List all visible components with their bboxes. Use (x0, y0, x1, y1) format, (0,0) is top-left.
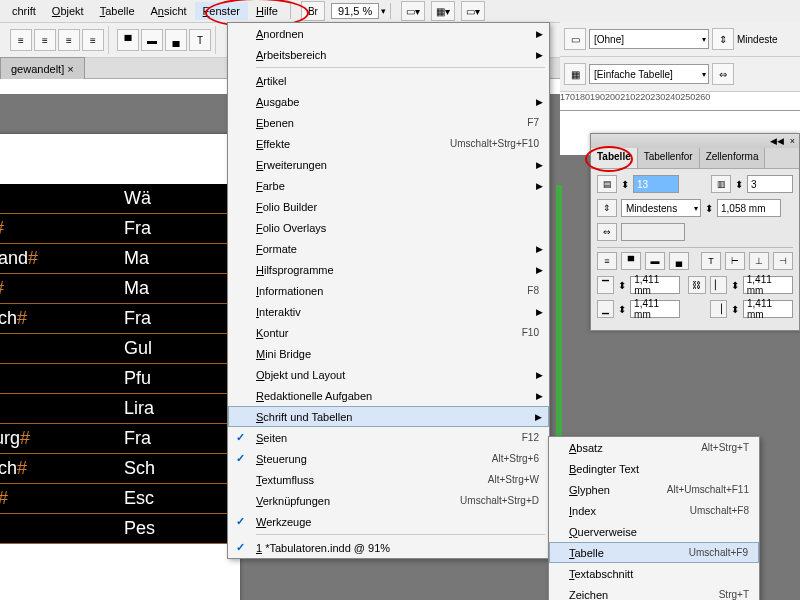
screen-mode-icon[interactable]: ▭▾ (401, 1, 425, 21)
row-height-icon[interactable]: ⇕ (712, 28, 734, 50)
link-icon[interactable]: ⛓ (688, 276, 705, 294)
menu-item[interactable]: Erweiterungen▶ (228, 154, 549, 175)
menu-item[interactable]: Ausgabe▶ (228, 91, 549, 112)
menu-ansicht[interactable]: Ansicht (143, 2, 195, 20)
menubar: chrift Objekt Tabelle Ansicht Fenster Hi… (0, 0, 800, 23)
height-mode-select[interactable]: Mindestens (621, 199, 701, 217)
bridge-icon[interactable]: Br (301, 1, 325, 21)
menu-item[interactable]: Hilfsprogramme▶ (228, 259, 549, 280)
valign-bot-icon[interactable]: ▄ (165, 29, 187, 51)
menu-item[interactable]: Anordnen▶ (228, 23, 549, 44)
submenu-item[interactable]: Textabschnitt (549, 563, 759, 584)
menu-item[interactable]: Redaktionelle Aufgaben▶ (228, 385, 549, 406)
submenu-item[interactable]: AbsatzAlt+Strg+T (549, 437, 759, 458)
table-row[interactable]: eich#Fra (0, 304, 230, 334)
align-left-icon[interactable]: ≡ (10, 29, 32, 51)
text-rot2-icon[interactable]: ⊢ (725, 252, 745, 270)
inset-right-icon: ▕ (710, 300, 727, 318)
text-rot-icon[interactable]: T (701, 252, 721, 270)
rows-input[interactable]: 13 (633, 175, 679, 193)
menu-item[interactable]: Mini Bridge (228, 343, 549, 364)
inset-left-input[interactable]: 1,411 mm (743, 276, 793, 294)
submenu-item[interactable]: Querverweise (549, 521, 759, 542)
menu-schrift[interactable]: chrift (4, 2, 44, 20)
menu-item[interactable]: InformationenF8 (228, 280, 549, 301)
menu-item[interactable]: EffekteUmschalt+Strg+F10 (228, 133, 549, 154)
cols-icon: ▥ (711, 175, 731, 193)
valign-a-icon[interactable]: ▀ (621, 252, 641, 270)
valign-b-icon[interactable]: ▬ (645, 252, 665, 270)
align-right-icon[interactable]: ≡ (58, 29, 80, 51)
menu-item[interactable]: Formate▶ (228, 238, 549, 259)
valign-top-icon[interactable]: ▀ (117, 29, 139, 51)
write-dir-icon[interactable]: ≡ (597, 252, 617, 270)
table-row[interactable]: #Lira (0, 394, 230, 424)
submenu-item[interactable]: ZeichenStrg+T (549, 584, 759, 600)
text-direction-icon[interactable]: T (189, 29, 211, 51)
height-value-input[interactable]: 1,058 mm (717, 199, 781, 217)
col-width-icon2: ⇔ (597, 223, 617, 241)
valign-c-icon[interactable]: ▄ (669, 252, 689, 270)
menu-item[interactable]: ✓SteuerungAlt+Strg+6 (228, 448, 549, 469)
menu-item[interactable]: Arbeitsbereich▶ (228, 44, 549, 65)
tab-tabellenformate[interactable]: Tabellenfor (638, 148, 700, 168)
table-row[interactable]: #Gul (0, 334, 230, 364)
table-row[interactable]: burg#Fra (0, 424, 230, 454)
menu-item[interactable]: Interaktiv▶ (228, 301, 549, 322)
cols-input[interactable]: 3 (747, 175, 793, 193)
menu-item[interactable]: ✓Werkzeuge (228, 511, 549, 532)
document-tab[interactable]: gewandelt] × (0, 57, 85, 79)
data-table[interactable]: Wän#Frahland#Mad#Maeich#Fra#Gul#Pfu#Lira… (0, 184, 230, 544)
menu-item[interactable]: EbenenF7 (228, 112, 549, 133)
menu-tabelle[interactable]: Tabelle (92, 2, 143, 20)
menu-item[interactable]: Schrift und Tabellen▶ (228, 406, 549, 427)
menu-item[interactable]: Folio Overlays (228, 217, 549, 238)
menu-item[interactable]: ✓SeitenF12 (228, 427, 549, 448)
submenu-item[interactable]: Bedingter Text (549, 458, 759, 479)
justify-icon[interactable]: ≡ (82, 29, 104, 51)
menu-item[interactable]: VerknüpfungenUmschalt+Strg+D (228, 490, 549, 511)
table-row[interactable]: hland#Ma (0, 244, 230, 274)
menu-objekt[interactable]: Objekt (44, 2, 92, 20)
submenu-item[interactable]: GlyphenAlt+Umschalt+F11 (549, 479, 759, 500)
width-value-input[interactable] (621, 223, 685, 241)
table-row[interactable]: Wä (0, 184, 230, 214)
menu-item[interactable]: TextumflussAlt+Strg+W (228, 469, 549, 490)
panel-header[interactable]: ◀◀× (591, 134, 799, 148)
text-rot4-icon[interactable]: ⊣ (773, 252, 793, 270)
submenu-item[interactable]: TabelleUmschalt+F9 (549, 542, 759, 563)
tab-tabelle[interactable]: Tabelle (591, 148, 638, 168)
menu-item[interactable]: Artikel (228, 70, 549, 91)
arrange-icon[interactable]: ▦▾ (431, 1, 455, 21)
submenu-item[interactable]: IndexUmschalt+F8 (549, 500, 759, 521)
valign-mid-icon[interactable]: ▬ (141, 29, 163, 51)
table-style-icon[interactable]: ▦ (564, 63, 586, 85)
inset-bot-input[interactable]: 1,411 mm (630, 300, 680, 318)
table-row[interactable]: n#Fra (0, 214, 230, 244)
zoom-field[interactable]: 91,5 % (331, 3, 379, 19)
cell-style-dropdown[interactable]: [Ohne] (589, 29, 709, 49)
table-row[interactable]: eich#Sch (0, 454, 230, 484)
menu-item[interactable]: KonturF10 (228, 322, 549, 343)
table-row[interactable]: d#Ma (0, 274, 230, 304)
table-row[interactable]: #Pfu (0, 364, 230, 394)
align-center-icon[interactable]: ≡ (34, 29, 56, 51)
fenster-dropdown: Anordnen▶Arbeitsbereich▶ArtikelAusgabe▶E… (227, 22, 550, 559)
col-width-icon[interactable]: ⇔ (712, 63, 734, 85)
menu-hilfe[interactable]: Hilfe (248, 2, 286, 20)
menu-item[interactable]: Objekt und Layout▶ (228, 364, 549, 385)
menu-item[interactable]: Folio Builder (228, 196, 549, 217)
text-rot3-icon[interactable]: ⊥ (749, 252, 769, 270)
menu-item[interactable]: ✓1 *Tabulatoren.indd @ 91% (228, 537, 549, 558)
table-row[interactable]: #Pes (0, 514, 230, 544)
tab-zellenformate[interactable]: Zellenforma (700, 148, 766, 168)
table-style-dropdown[interactable]: [Einfache Tabelle] (589, 64, 709, 84)
view-options-icon[interactable]: ▭▾ (461, 1, 485, 21)
panel-tabs: Tabelle Tabellenfor Zellenforma (591, 148, 799, 169)
menu-fenster[interactable]: Fenster (195, 2, 248, 20)
menu-item[interactable]: Farbe▶ (228, 175, 549, 196)
cell-style-icon[interactable]: ▭ (564, 28, 586, 50)
inset-top-input[interactable]: 1,411 mm (630, 276, 680, 294)
inset-right-input[interactable]: 1,411 mm (743, 300, 793, 318)
table-row[interactable]: al#Esc (0, 484, 230, 514)
